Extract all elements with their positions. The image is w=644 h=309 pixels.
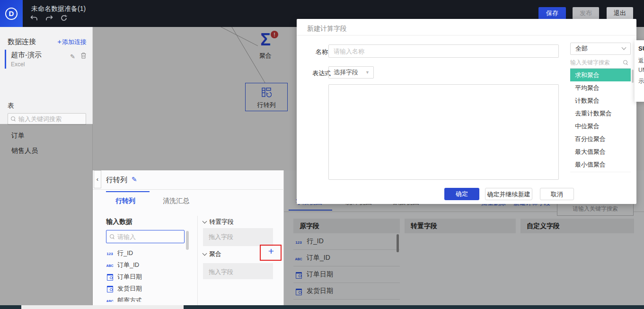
expression-editor[interactable] xyxy=(328,84,559,180)
chevron-down-icon xyxy=(203,219,207,224)
doc-text: 示 xyxy=(638,77,644,85)
field-type-icon xyxy=(106,297,114,302)
field-type-icon xyxy=(106,286,114,291)
field-type-icon xyxy=(295,238,302,245)
table-search-input[interactable] xyxy=(18,115,80,123)
field-row[interactable]: 邮寄方式 xyxy=(106,294,186,302)
divider xyxy=(197,216,198,305)
field-name: 订单_ID xyxy=(117,261,139,269)
function-list-item[interactable]: 计数聚合 xyxy=(570,94,631,107)
scrollbar-thumb[interactable] xyxy=(397,234,399,252)
dropdown-triangle-icon: ▼ xyxy=(365,67,370,78)
data-connection-sidebar: 数据连接 +添加连接 超市-演示 Excel ✎ 表 订单销售人员 xyxy=(0,27,93,305)
table-list-item[interactable]: 订单 xyxy=(0,128,93,143)
pivot-node-label: 行转列 xyxy=(246,101,287,109)
logo-d-icon: D xyxy=(5,8,18,20)
preview-search-input[interactable] xyxy=(562,205,628,212)
field-name: 订单日期 xyxy=(307,270,333,279)
function-list-item[interactable]: 最小值聚合 xyxy=(570,158,631,171)
config-tab[interactable]: 清洗汇总 xyxy=(163,197,189,205)
field-row[interactable]: 订单日期 xyxy=(106,271,186,283)
field-search-input[interactable] xyxy=(117,233,178,240)
modal-title: 新建计算字段 xyxy=(307,25,347,33)
function-list-item[interactable]: 最大值聚合 xyxy=(570,145,631,158)
field-type-icon xyxy=(295,289,302,294)
transpose-fields-header: 转置字段 xyxy=(405,219,516,233)
active-tab-underline xyxy=(289,210,332,211)
field-type-icon xyxy=(295,254,302,262)
search-icon xyxy=(110,234,115,239)
field-select-dropdown[interactable]: 选择字段 ▼ xyxy=(328,66,374,79)
field-name: 行_ID xyxy=(117,249,133,257)
field-row[interactable]: 订单_ID xyxy=(293,250,400,266)
function-list-item[interactable]: 百分位聚合 xyxy=(570,132,631,145)
publish-button[interactable]: 发布 xyxy=(573,7,599,19)
field-search-box[interactable] xyxy=(106,230,185,243)
edit-pencil-icon[interactable]: ✎ xyxy=(70,53,75,60)
field-name: 发货日期 xyxy=(117,284,142,293)
plus-icon: + xyxy=(57,37,62,45)
aggregate-section-title[interactable]: 聚合 xyxy=(203,250,221,258)
add-aggregate-button[interactable]: + xyxy=(265,245,277,257)
table-list: 订单销售人员 xyxy=(0,128,93,159)
divider xyxy=(297,35,636,35)
aggregate-node[interactable]: Σ ! 聚合 xyxy=(249,31,282,60)
add-connection-button[interactable]: +添加连接 xyxy=(57,37,87,46)
table-search-box[interactable] xyxy=(8,113,86,125)
field-row[interactable]: 行_ID xyxy=(106,247,186,259)
function-list-item[interactable]: 去重计数聚合 xyxy=(570,107,631,120)
field-row[interactable]: 订单_ID xyxy=(106,259,186,271)
original-fields-header: 原字段 xyxy=(293,219,400,233)
rename-pencil-icon[interactable]: ✎ xyxy=(132,176,137,183)
connections-title: 数据连接 xyxy=(8,37,36,46)
chevron-down-icon xyxy=(622,45,626,50)
doc-text: UM xyxy=(638,67,644,73)
redo-icon[interactable] xyxy=(45,15,53,21)
function-list-item[interactable]: 求和聚合 xyxy=(570,69,631,81)
field-name: 订单日期 xyxy=(117,273,142,281)
function-search-input[interactable] xyxy=(570,59,621,66)
connection-item[interactable]: 超市-演示 Excel ✎ xyxy=(5,50,89,69)
cancel-button[interactable]: 取消 xyxy=(540,188,574,200)
aggregate-node-label: 聚合 xyxy=(249,52,282,60)
transpose-dropzone[interactable]: 拖入字段 xyxy=(203,228,273,246)
confirm-button[interactable]: 确定 xyxy=(444,188,479,200)
aggregate-dropzone[interactable]: 拖入字段 xyxy=(203,263,273,279)
field-row[interactable]: 行_ID xyxy=(293,233,400,250)
refresh-icon[interactable] xyxy=(61,15,67,21)
calc-field-name-input[interactable] xyxy=(328,44,559,58)
transpose-section-title[interactable]: 转置字段 xyxy=(203,218,234,226)
config-tab[interactable]: 行转列 xyxy=(115,197,135,205)
field-name: 行_ID xyxy=(307,237,324,246)
function-list-item[interactable]: 中位聚合 xyxy=(570,120,631,132)
os-taskbar-edge xyxy=(0,305,644,309)
undo-icon[interactable] xyxy=(30,15,38,21)
pivot-node-selected[interactable]: 行转列 xyxy=(245,83,288,111)
field-row[interactable]: 发货日期 xyxy=(293,283,400,300)
function-list-item[interactable]: 平均聚合 xyxy=(570,81,631,94)
function-doc-panel: SU 返 UM 示 xyxy=(635,40,644,102)
field-type-icon xyxy=(295,272,302,277)
field-row[interactable]: 订单日期 xyxy=(293,266,400,283)
field-name: 发货日期 xyxy=(307,287,333,295)
collapse-panel-button[interactable]: ‹ xyxy=(94,170,101,188)
pivot-config-panel: ‹ 行转列 ✎ 行转列清洗汇总 输入数据 行_ID 订单_ID 订单日期 发货日… xyxy=(93,170,284,305)
exit-button[interactable]: 退出 xyxy=(607,7,633,19)
field-type-icon xyxy=(106,274,114,279)
original-field-list: 行_ID 订单_ID 订单日期 发货日期 xyxy=(293,233,400,304)
panel-title: 行转列 xyxy=(106,176,127,185)
pivot-icon xyxy=(261,87,272,97)
field-type-icon xyxy=(106,249,114,256)
sigma-icon: Σ xyxy=(260,30,271,49)
function-search-box[interactable] xyxy=(570,57,631,69)
trash-icon[interactable] xyxy=(81,53,86,60)
table-list-item[interactable]: 销售人员 xyxy=(0,143,93,159)
function-category-dropdown[interactable]: 全部 xyxy=(570,43,631,55)
confirm-and-continue-button[interactable]: 确定并继续新建 xyxy=(485,188,532,200)
chevron-down-icon xyxy=(203,251,207,256)
scrollbar-thumb[interactable] xyxy=(632,70,634,83)
save-button[interactable]: 保存 xyxy=(538,7,566,19)
config-tabs: 行转列清洗汇总 xyxy=(93,189,284,212)
field-row[interactable]: 发货日期 xyxy=(106,283,186,294)
field-type-icon xyxy=(106,261,114,268)
